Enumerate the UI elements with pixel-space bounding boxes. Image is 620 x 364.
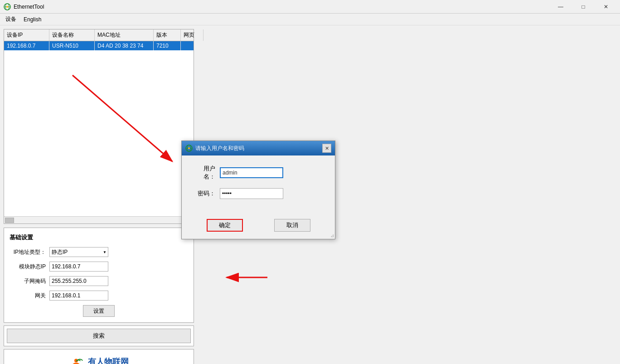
ip-type-label: IP地址类型： [10, 248, 46, 256]
static-ip-label: 模块静态IP [10, 263, 46, 271]
modal-title-icon [185, 145, 193, 152]
logo-brand: 有人物联网 工业物联网通讯专家 [88, 356, 129, 364]
subnet-label: 子网掩码 [10, 277, 46, 285]
logo-brand-name: 有人物联网 [88, 356, 129, 364]
scrollbar-thumb[interactable] [5, 218, 14, 223]
settings-button[interactable]: 设置 [83, 305, 115, 317]
search-button[interactable]: 搜索 [7, 329, 191, 343]
cell-name: USR-N510 [49, 41, 95, 50]
logo-icon [69, 358, 83, 364]
modal-password-label: 密码： [193, 189, 215, 198]
title-bar: EthernetTool — □ ✕ [0, 0, 620, 14]
subnet-input[interactable] [49, 276, 108, 286]
modal-username-input[interactable] [220, 167, 283, 178]
col-header-name: 设备名称 [49, 29, 95, 41]
device-table-panel: 设备IP 设备名称 MAC地址 版本 网页 192.168.0.7 USR-N5… [4, 29, 194, 224]
settings-title: 基础设置 [10, 233, 188, 242]
subnet-row: 子网掩码 [10, 276, 188, 286]
menu-item-english[interactable]: English [20, 15, 45, 24]
horizontal-scrollbar[interactable] [4, 216, 194, 223]
app-title: EthernetTool [14, 4, 44, 10]
col-header-version: 版本 [154, 29, 181, 41]
maximize-button[interactable]: □ [573, 0, 594, 14]
modal-body: 用户名： 密码： [182, 155, 335, 215]
col-header-web: 网页 [181, 29, 203, 41]
gateway-row: 网关 [10, 291, 188, 301]
col-header-mac: MAC地址 [95, 29, 154, 41]
modal-footer: 确定 取消 [182, 215, 335, 239]
cell-version: 7210 [154, 41, 181, 50]
modal-close-button[interactable]: ✕ [322, 144, 331, 153]
svg-point-17 [188, 147, 190, 149]
close-button[interactable]: ✕ [596, 0, 616, 14]
svg-point-3 [6, 6, 8, 8]
login-modal: 请输入用户名和密码 ✕ 用户名： 密码： 确定 取消 ⊿ [181, 141, 335, 239]
app-icon [4, 3, 11, 10]
ip-type-row: IP地址类型： 静态IP 动态IP ▼ [10, 247, 188, 257]
ip-type-select[interactable]: 静态IP 动态IP [49, 247, 108, 257]
modal-title-bar: 请输入用户名和密码 ✕ [182, 141, 335, 155]
search-panel: 搜索 [4, 325, 194, 346]
cell-mac: D4 AD 20 38 23 74 [95, 41, 154, 50]
modal-title-left: 请输入用户名和密码 [185, 145, 244, 152]
modal-username-label: 用户名： [193, 165, 215, 181]
modal-resize-handle[interactable]: ⊿ [330, 233, 334, 238]
modal-ok-button[interactable]: 确定 [207, 219, 243, 232]
modal-username-row: 用户名： [193, 165, 324, 181]
menu-bar: 设备 English [0, 14, 620, 25]
table-row[interactable]: 192.168.0.7 USR-N510 D4 AD 20 38 23 74 7… [4, 41, 194, 50]
title-bar-left: EthernetTool [4, 3, 44, 10]
col-header-ip: 设备IP [4, 29, 49, 41]
basic-settings-panel: 基础设置 IP地址类型： 静态IP 动态IP ▼ 模块静态IP [4, 228, 194, 323]
menu-item-shebei[interactable]: 设备 [2, 14, 20, 25]
static-ip-row: 模块静态IP [10, 262, 188, 272]
gateway-input[interactable] [49, 291, 108, 301]
logo-panel: 有人物联网 工业物联网通讯专家 [4, 349, 194, 364]
modal-cancel-button[interactable]: 取消 [274, 219, 310, 232]
gateway-label: 网关 [10, 292, 46, 300]
table-body: 192.168.0.7 USR-N510 D4 AD 20 38 23 74 7… [4, 41, 194, 216]
ip-type-select-wrapper: 静态IP 动态IP ▼ [49, 247, 108, 257]
cell-web [181, 41, 194, 50]
static-ip-input[interactable] [49, 262, 108, 272]
table-header: 设备IP 设备名称 MAC地址 版本 网页 [4, 29, 194, 41]
annotation-arrow-2 [218, 268, 272, 286]
minimize-button[interactable]: — [550, 0, 571, 14]
modal-password-input[interactable] [220, 188, 283, 199]
modal-password-row: 密码： [193, 188, 324, 199]
modal-title-text: 请输入用户名和密码 [195, 145, 244, 152]
title-bar-controls: — □ ✕ [550, 0, 616, 14]
cell-ip: 192.168.0.7 [4, 41, 49, 50]
